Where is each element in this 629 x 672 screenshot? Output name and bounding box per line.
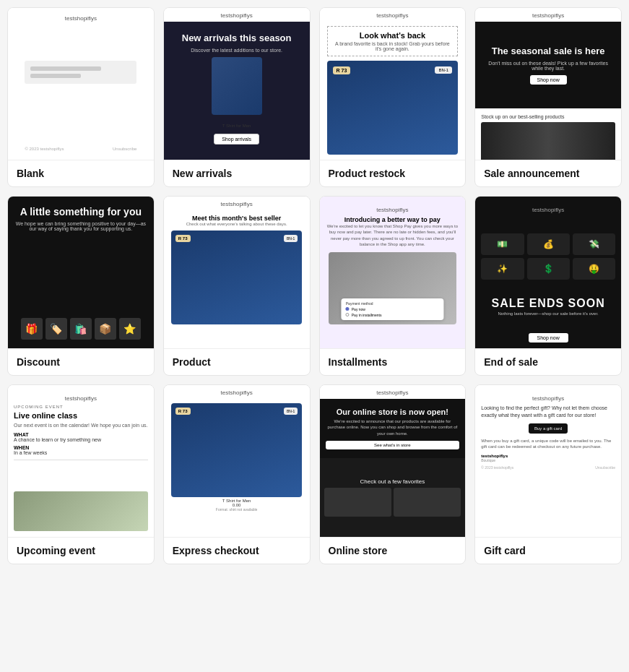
card-express-checkout[interactable]: testshopiflys R 73 BN-1 T Shirt for Men … — [163, 384, 311, 564]
install-payment-method-label: Payment method — [346, 301, 439, 306]
sale-bottom: Stock up on our best-selling products — [475, 108, 621, 160]
card-preview-installments: testshopiflys Introducing a better way t… — [320, 197, 466, 348]
card-label-express-checkout: Express checkout — [164, 537, 310, 564]
restock-header-subtitle: A brand favorite is back in stock! Grab … — [332, 41, 454, 51]
gift-footer-email: Boutique — [481, 458, 615, 462]
install-store-name: testshopiflys — [376, 202, 408, 216]
na-banner-title: New arrivals this season — [182, 33, 292, 45]
card-preview-blank: testshopiflys © 2023 testshopiflys Unsub… — [8, 8, 154, 160]
gift-icon-1: 🎁 — [21, 318, 43, 340]
online-product-item-2 — [394, 488, 461, 517]
card-label-discount: Discount — [8, 348, 154, 375]
endsale-icon-1: 💵 — [481, 233, 524, 255]
card-sale-announcement[interactable]: testshopiflys The seasonal sale is here … — [474, 7, 622, 187]
card-new-arrivals[interactable]: testshopiflys New arrivals this season D… — [163, 7, 311, 187]
install-header-title: Introducing a better way to pay — [326, 216, 460, 223]
card-upcoming-event[interactable]: testshopiflys UPCOMING EVENT Live online… — [7, 384, 155, 564]
card-preview-sale-announcement: testshopiflys The seasonal sale is here … — [475, 8, 621, 160]
card-label-product: Product — [164, 348, 310, 375]
online-shop-btn: See what's in store — [326, 441, 460, 449]
card-blank[interactable]: testshopiflys © 2023 testshopiflys Unsub… — [7, 7, 155, 187]
na-shirt-image — [212, 57, 262, 115]
endsale-icon-5: 💲 — [527, 258, 570, 280]
endsale-icon-4: ✨ — [481, 258, 524, 280]
endsale-icon-6: 🤑 — [573, 258, 615, 280]
express-sku-badge: BN-1 — [284, 408, 298, 415]
card-installments[interactable]: testshopiflys Introducing a better way t… — [319, 196, 467, 376]
sale-product-strip — [481, 122, 615, 160]
card-discount[interactable]: A little something for you We hope we ca… — [7, 196, 155, 376]
product-sku-badge: BN-1 — [284, 235, 298, 242]
express-price-badge: R 73 — [175, 408, 191, 415]
card-label-new-arrivals: New arrivals — [164, 160, 310, 186]
restock-product-image: R 73 BN-1 — [327, 61, 459, 155]
sale-store-name: testshopiflys — [475, 8, 621, 22]
install-product-image: Payment method Pay now Pay in installmen… — [329, 252, 456, 324]
card-product[interactable]: testshopiflys Meet this month's best sel… — [163, 196, 311, 376]
install-radio-dot — [346, 307, 350, 311]
gift-unsubscribe: Unsubscribe — [595, 465, 615, 470]
online-products-grid — [324, 488, 461, 517]
na-shop-btn: Shop arrivals — [214, 134, 259, 145]
discount-text-block: A little something for you We hope we ca… — [14, 205, 148, 231]
install-installment-option: Pay in installments — [346, 313, 439, 317]
na-banner: New arrivals this season Discover the la… — [164, 22, 310, 160]
gift-icon-5: ⭐ — [119, 318, 141, 340]
install-radio-empty — [346, 313, 350, 316]
upcoming-divider — [14, 460, 148, 460]
gift-icon-4: 📦 — [95, 318, 116, 340]
online-store-name: testshopiflys — [376, 385, 408, 399]
blank-addr-line1 — [30, 66, 100, 71]
online-header-subtitle: We're excited to announce that our produ… — [326, 418, 460, 436]
card-label-gift-card: Gift card — [475, 537, 621, 564]
blank-unsubscribe: Unsubscribe — [113, 147, 136, 151]
install-header: Introducing a better way to pay We're ex… — [326, 216, 460, 248]
product-header-text: Meet this month's best seller Check out … — [182, 210, 292, 231]
blank-footer-copy: © 2023 testshopiflys — [25, 147, 64, 151]
card-preview-gift-card: testshopiflys Looking to find the perfec… — [475, 385, 621, 537]
blank-address-block — [25, 61, 136, 84]
upcoming-event-desc: Our next event is on the calendar! We ho… — [14, 423, 148, 428]
blank-store-name: testshopiflys — [65, 11, 97, 25]
upcoming-store-name: testshopiflys — [14, 391, 148, 405]
card-online-store[interactable]: testshopiflys Our online store is now op… — [319, 384, 467, 564]
na-banner-subtitle: Discover the latest additions to our sto… — [191, 48, 282, 53]
sale-shop-btn: Shop now — [530, 75, 567, 85]
card-gift-card[interactable]: testshopiflys Looking to find the perfec… — [474, 384, 622, 564]
card-preview-upcoming-event: testshopiflys UPCOMING EVENT Live online… — [8, 385, 154, 537]
discount-gifts-area: 🎁 🏷️ 🛍️ 📦 ⭐ — [21, 318, 141, 340]
restock-price-badge: R 73 — [333, 66, 351, 74]
upcoming-when-label: WHEN — [14, 445, 148, 450]
install-header-subtitle: We're excited to let you know that Shop … — [326, 223, 460, 248]
endsale-subtitle: Nothing lasts forever—shop our sale befo… — [492, 311, 605, 316]
sale-banner-title: The seasonal sale is here — [492, 46, 605, 58]
gift-store-name: testshopiflys — [481, 391, 615, 405]
card-preview-express-checkout: testshopiflys R 73 BN-1 T Shirt for Men … — [164, 385, 310, 537]
product-store-name: testshopiflys — [221, 197, 253, 210]
restock-header-title: Look what's back — [332, 31, 454, 40]
restock-store-name: testshopiflys — [376, 8, 408, 22]
gift-copyright: © 2023 testshopiflys — [481, 465, 513, 470]
card-label-end-of-sale: End of sale — [475, 348, 621, 375]
blank-footer: © 2023 testshopiflys Unsubscribe — [25, 147, 136, 157]
card-end-of-sale[interactable]: testshopiflys 💵 💰 💸 ✨ 💲 🤑 SALE ENDS SOON… — [474, 196, 622, 376]
express-product-avail: Format: shirt not available — [216, 507, 258, 512]
gift-icon-3: 🛍️ — [70, 318, 92, 340]
express-product-image: R 73 BN-1 — [171, 403, 303, 497]
product-image: R 73 BN-1 — [171, 231, 303, 324]
card-preview-product-restock: testshopiflys Look what's back A brand f… — [320, 8, 466, 160]
card-product-restock[interactable]: testshopiflys Look what's back A brand f… — [319, 7, 467, 187]
install-payment-widget: Payment method Pay now Pay in installmen… — [342, 298, 443, 320]
online-products-title: Check out a few favorites — [360, 478, 425, 485]
gift-footer-copy: © 2023 testshopiflys Unsubscribe — [481, 465, 615, 470]
gift-code-text: When you buy a gift card, a unique code … — [481, 438, 615, 450]
upcoming-event-title: Live online class — [14, 411, 148, 420]
upcoming-when-value: In a few weeks — [14, 450, 148, 455]
endsale-icon-2: 💰 — [527, 233, 570, 255]
sale-dark-banner: The seasonal sale is here Don't miss out… — [475, 22, 621, 108]
upcoming-what-value: A chance to learn or try something new — [14, 437, 148, 442]
card-label-upcoming-event: Upcoming event — [8, 537, 154, 564]
product-header-title: Meet this month's best seller — [186, 215, 287, 222]
card-preview-online-store: testshopiflys Our online store is now op… — [320, 385, 466, 537]
card-label-online-store: Online store — [320, 537, 466, 564]
